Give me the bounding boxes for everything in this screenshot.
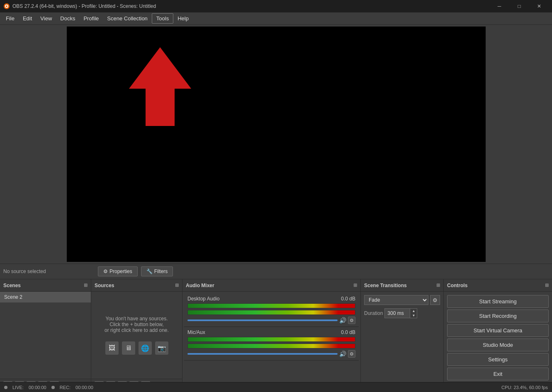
desktop-audio-meter2: [187, 310, 355, 315]
exit-button[interactable]: Exit: [447, 368, 549, 380]
gear-icon: ⚙: [103, 269, 108, 274]
controls-buttons: Start Streaming Start Recording Start Vi…: [444, 292, 552, 384]
menu-docks[interactable]: Docks: [56, 14, 79, 23]
maximize-button[interactable]: □: [510, 0, 529, 12]
menu-edit[interactable]: Edit: [19, 14, 36, 23]
duration-input[interactable]: [385, 309, 410, 318]
mic-aux-meter: [187, 337, 355, 342]
rec-status-dot: [51, 386, 55, 389]
settings-button[interactable]: Settings: [447, 353, 549, 366]
display-source-icon: 🖥: [122, 341, 135, 355]
desktop-audio-meter: [187, 303, 355, 308]
sources-dock-icon[interactable]: ⊞: [175, 283, 179, 288]
sources-content[interactable]: You don't have any sources.Click the + b…: [91, 292, 182, 379]
scene-transitions-panel: Scene Transitions ⊞ Fade ⚙ Duration: [361, 279, 444, 392]
close-button[interactable]: ✕: [530, 0, 549, 12]
rec-label: REC:: [60, 385, 71, 390]
sources-panel: Sources ⊞ You don't have any sources.Cli…: [91, 279, 182, 392]
desktop-audio-settings[interactable]: ⚙: [348, 317, 355, 324]
desktop-audio-channel: Desktop Audio 0.0 dB 🔊 ⚙: [184, 293, 359, 327]
audio-mixer-header: Audio Mixer ⊞: [182, 279, 360, 292]
title-bar: OBS 27.2.4 (64-bit, windows) - Profile: …: [0, 0, 552, 12]
desktop-audio-db: 0.0 dB: [341, 296, 355, 302]
no-source-label: No source selected: [3, 269, 95, 274]
sources-empty-message[interactable]: You don't have any sources.Click the + b…: [91, 292, 182, 379]
duration-down-arrow[interactable]: ▼: [410, 313, 417, 318]
mic-aux-settings[interactable]: ⚙: [348, 350, 355, 358]
transitions-header: Scene Transitions ⊞: [361, 279, 443, 292]
browser-source-icon: 🌐: [139, 341, 152, 355]
scenes-content: Scene 2: [0, 292, 91, 379]
menu-scene-collection[interactable]: Scene Collection: [103, 14, 152, 23]
mic-aux-mute[interactable]: 🔊: [339, 351, 346, 357]
camera-source-icon: 📷: [155, 341, 168, 355]
menu-tools[interactable]: Tools: [152, 13, 173, 24]
transition-type-select[interactable]: Fade: [364, 295, 428, 305]
duration-spinbox: ▲ ▼: [384, 308, 417, 318]
live-status-dot: [4, 386, 7, 389]
scenes-dock-icon[interactable]: ⊞: [84, 283, 88, 288]
desktop-audio-header: Desktop Audio 0.0 dB: [187, 296, 355, 302]
start-streaming-button[interactable]: Start Streaming: [447, 295, 549, 308]
audio-mixer-panel: Audio Mixer ⊞ Desktop Audio 0.0 dB: [182, 279, 361, 392]
controls-dock-icon[interactable]: ⊞: [545, 283, 549, 288]
svg-point-2: [6, 5, 7, 7]
sources-header: Sources ⊞: [91, 279, 182, 292]
sources-empty-text: You don't have any sources.Click the + b…: [105, 316, 169, 333]
red-arrow: [125, 43, 195, 131]
duration-label: Duration: [364, 310, 383, 316]
transition-duration-row: Duration ▲ ▼: [364, 308, 440, 318]
menu-help[interactable]: Help: [173, 14, 193, 23]
start-recording-button[interactable]: Start Recording: [447, 310, 549, 322]
app-icon: [3, 3, 10, 10]
mic-aux-header: Mic/Aux 0.0 dB: [187, 329, 355, 335]
svg-marker-3: [129, 47, 191, 126]
desktop-audio-controls: 🔊 ⚙: [187, 317, 355, 324]
duration-spin-arrows: ▲ ▼: [410, 309, 417, 318]
menu-profile[interactable]: Profile: [79, 14, 103, 23]
desktop-audio-fader[interactable]: [187, 319, 338, 321]
mic-aux-fader[interactable]: [187, 353, 338, 355]
transitions-content: Fade ⚙ Duration ▲ ▼: [361, 292, 443, 392]
transitions-dock-icon[interactable]: ⊞: [436, 283, 440, 288]
transitions-inner: Fade ⚙ Duration ▲ ▼: [361, 292, 443, 322]
controls-content: Start Streaming Start Recording Start Vi…: [444, 292, 552, 392]
source-bar: No source selected ⚙ Properties 🔧 Filter…: [0, 264, 552, 279]
mic-aux-db: 0.0 dB: [341, 329, 355, 335]
duration-up-arrow[interactable]: ▲: [410, 309, 417, 313]
controls-header: Controls ⊞: [444, 279, 552, 292]
transition-settings-button[interactable]: ⚙: [430, 295, 440, 305]
preview-wrapper: [0, 25, 552, 264]
status-bar: LIVE: 00:00:00 REC: 00:00:00 CPU: 23.4%,…: [0, 382, 552, 392]
controls-panel: Controls ⊞ Start Streaming Start Recordi…: [444, 279, 552, 392]
desktop-audio-name: Desktop Audio: [187, 296, 219, 302]
audio-dock-icon[interactable]: ⊞: [353, 283, 357, 288]
transition-type-row: Fade ⚙: [364, 295, 440, 305]
menu-bar: File Edit View Docks Profile Scene Colle…: [0, 12, 552, 25]
desktop-audio-mute[interactable]: 🔊: [339, 317, 346, 324]
preview-area: [67, 27, 486, 262]
menu-view[interactable]: View: [36, 14, 56, 23]
studio-mode-button[interactable]: Studio Mode: [447, 339, 549, 351]
rec-time: 00:00:00: [75, 385, 93, 390]
start-virtual-camera-button[interactable]: Start Virtual Camera: [447, 324, 549, 337]
mic-aux-controls: 🔊 ⚙: [187, 350, 355, 358]
window-controls: ─ □ ✕: [490, 0, 549, 12]
image-source-icon: 🖼: [105, 341, 119, 355]
live-label: LIVE:: [12, 385, 24, 390]
bottom-panels: Scenes ⊞ Scene 2 + − ⚙ ∧ ∨ Sources ⊞: [0, 279, 552, 392]
window-title: OBS 27.2.4 (64-bit, windows) - Profile: …: [12, 3, 490, 9]
filters-button[interactable]: 🔧 Filters: [141, 266, 173, 276]
minimize-button[interactable]: ─: [490, 0, 509, 12]
scenes-panel: Scenes ⊞ Scene 2 + − ⚙ ∧ ∨: [0, 279, 91, 392]
mic-aux-channel: Mic/Aux 0.0 dB 🔊 ⚙: [184, 327, 359, 361]
menu-file[interactable]: File: [2, 14, 19, 23]
filter-icon: 🔧: [146, 269, 153, 274]
live-time: 00:00:00: [29, 385, 46, 390]
source-type-icons: 🖼 🖥 🌐 📷: [105, 341, 168, 355]
scenes-header: Scenes ⊞: [0, 279, 91, 292]
scene-item[interactable]: Scene 2: [0, 292, 91, 302]
main-layout: No source selected ⚙ Properties 🔧 Filter…: [0, 25, 552, 392]
properties-button[interactable]: ⚙ Properties: [98, 266, 138, 276]
mic-aux-name: Mic/Aux: [187, 329, 205, 335]
